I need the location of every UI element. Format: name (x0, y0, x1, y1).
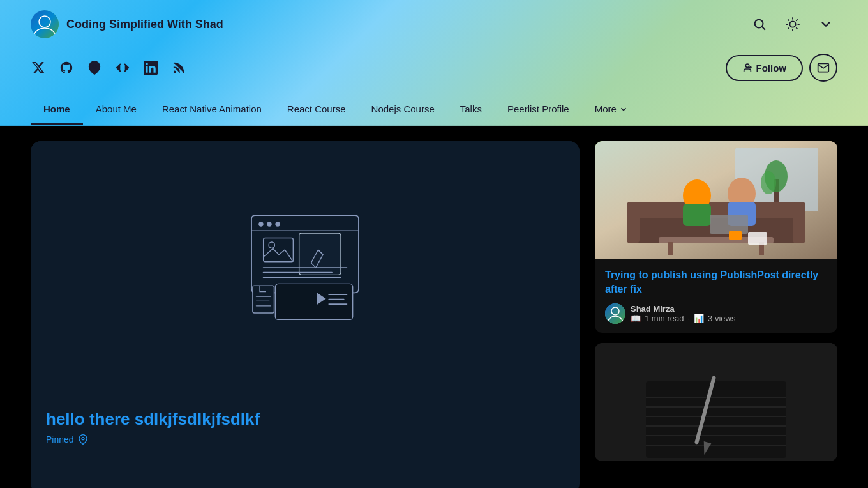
sidebar-cards: Trying to publish using PublishPost dire… (595, 141, 837, 488)
tab-talks[interactable]: Talks (447, 95, 495, 125)
svg-point-4 (789, 21, 795, 27)
svg-point-44 (761, 171, 776, 194)
svg-line-11 (788, 28, 789, 29)
twitter-icon[interactable] (31, 60, 46, 75)
pinned-label: Pinned (46, 434, 74, 445)
svg-point-13 (93, 65, 96, 68)
featured-pinned: Pinned (31, 434, 580, 457)
author-name-1: Shad Mirza (631, 304, 735, 314)
featured-title[interactable]: hello there sdlkjfsdlkjfsdlkf (31, 397, 580, 434)
article-card-1-text: Shad Mirza 📖 1 min read · 📊 3 views (631, 304, 735, 323)
svg-rect-50 (683, 204, 711, 226)
brand-name: Coding Simplified With Shad (66, 18, 223, 31)
nav-tabs: Home About Me React Native Animation Rea… (0, 95, 868, 126)
svg-rect-48 (793, 202, 805, 243)
meta-dot-1: · (687, 314, 690, 323)
views-1: 3 views (708, 314, 735, 323)
more-label: More (595, 103, 617, 114)
article-card-2[interactable] (595, 343, 837, 461)
rss-icon[interactable] (171, 60, 186, 75)
featured-card: hello there sdlkjfsdlkjfsdlkf Pinned (31, 141, 580, 488)
linkedin-icon[interactable] (143, 60, 158, 75)
svg-point-39 (82, 438, 84, 440)
read-icon-1: 📖 (631, 314, 641, 323)
tab-nodejs-course[interactable]: Nodejs Course (359, 95, 447, 125)
article-card-1-meta: Shad Mirza 📖 1 min read · 📊 3 views (605, 303, 827, 324)
main-content: hello there sdlkjfsdlkjfsdlkf Pinned (0, 126, 868, 488)
follow-button[interactable]: Follow (726, 55, 804, 81)
tab-peerlist[interactable]: Peerlist Profile (495, 95, 582, 125)
tab-more[interactable]: More (582, 95, 641, 125)
svg-rect-62 (646, 381, 786, 458)
svg-rect-25 (299, 233, 341, 275)
article-card-1-title[interactable]: Trying to publish using PublishPost dire… (605, 268, 827, 297)
article-card-1[interactable]: Trying to publish using PublishPost dire… (595, 141, 837, 333)
social-bar: Follow (0, 49, 868, 95)
github-icon[interactable] (59, 60, 74, 75)
svg-point-20 (267, 222, 271, 226)
article-card-1-meta-details: 📖 1 min read · 📊 3 views (631, 314, 735, 323)
location-icon[interactable] (87, 60, 102, 75)
theme-toggle-button[interactable] (781, 13, 804, 36)
svg-rect-53 (710, 215, 748, 234)
svg-rect-57 (729, 231, 742, 240)
svg-rect-55 (668, 242, 673, 255)
article-card-1-image (595, 141, 837, 259)
svg-line-8 (797, 28, 797, 29)
article-card-1-body: Trying to publish using PublishPost dire… (595, 259, 837, 333)
pin-icon (78, 434, 88, 445)
read-time-1: 1 min read (645, 314, 684, 323)
svg-rect-35 (253, 286, 274, 313)
action-buttons: Follow (726, 54, 838, 82)
hero-illustration (216, 192, 394, 346)
featured-image-area (31, 141, 580, 397)
svg-point-14 (174, 72, 176, 73)
brand-avatar (31, 10, 59, 38)
brand-link[interactable]: Coding Simplified With Shad (31, 10, 223, 38)
search-button[interactable] (748, 13, 771, 36)
header-area: Coding Simplified With Shad (0, 0, 868, 126)
views-icon-1: 📊 (694, 314, 704, 323)
top-nav-right (748, 13, 837, 36)
top-nav: Coding Simplified With Shad (0, 0, 868, 49)
svg-line-3 (762, 27, 765, 29)
svg-line-7 (788, 20, 789, 20)
svg-point-15 (745, 64, 749, 67)
dropdown-button[interactable] (814, 13, 837, 36)
svg-rect-30 (275, 284, 352, 319)
follow-label: Follow (756, 63, 787, 73)
tab-home[interactable]: Home (31, 95, 83, 125)
author-avatar-1 (605, 303, 625, 324)
article-card-2-image (595, 343, 837, 461)
social-icons (31, 60, 186, 75)
svg-point-19 (258, 222, 263, 226)
tab-about[interactable]: About Me (83, 95, 149, 125)
mail-button[interactable] (809, 54, 837, 82)
svg-line-12 (797, 20, 797, 20)
devto-icon[interactable] (115, 60, 130, 75)
svg-rect-0 (31, 10, 59, 38)
tab-react-course[interactable]: React Course (274, 95, 359, 125)
svg-rect-58 (748, 232, 767, 245)
svg-rect-47 (627, 202, 640, 243)
tab-react-native-animation[interactable]: React Native Animation (149, 95, 274, 125)
svg-point-21 (275, 222, 280, 226)
